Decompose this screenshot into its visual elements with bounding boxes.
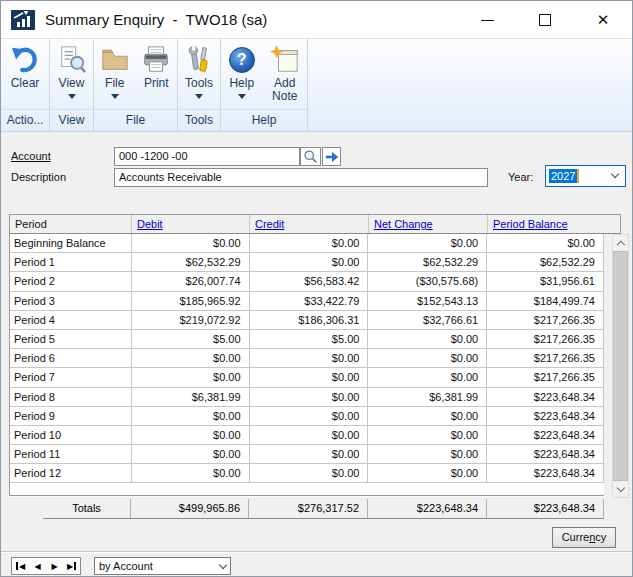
clear-button[interactable]: Clear <box>4 43 46 90</box>
period-cell: Period 8 <box>10 388 132 406</box>
vertical-scrollbar[interactable] <box>612 234 629 498</box>
year-dropdown[interactable]: 2027 <box>545 165 626 187</box>
previous-record-button[interactable]: ◀ <box>29 558 46 574</box>
account-go-button[interactable] <box>322 147 341 166</box>
period-cell: Period 11 <box>10 445 132 463</box>
amount-cell: $0.00 <box>368 234 487 252</box>
scroll-down-button[interactable] <box>613 481 628 497</box>
year-label: Year: <box>508 171 533 183</box>
amount-cell: $217,266.35 <box>487 330 604 348</box>
scrollbar-thumb[interactable] <box>613 251 628 481</box>
account-lookup-button[interactable] <box>300 147 321 166</box>
amount-cell: $152,543.13 <box>368 292 487 310</box>
amount-cell: $217,266.35 <box>487 311 604 329</box>
ribbon-toolbar: Clear Actio... View <box>1 39 632 132</box>
ribbon-group-tools: Tools Tools <box>178 39 221 131</box>
currency-button[interactable]: Currency <box>552 527 616 548</box>
titlebar: Summary Enquiry - TWO18 (sa) ✕ <box>1 1 632 39</box>
period-cell: Period 7 <box>10 368 132 386</box>
status-bar: ◀ ◀ ▶ ▶ by Account <box>1 551 632 576</box>
table-row: Period 3$185,965.92$33,422.79$152,543.13… <box>10 292 604 311</box>
table-row: Period 6$0.00$0.00$0.00$217,266.35 <box>10 349 604 368</box>
column-header-debit[interactable]: Debit <box>132 215 250 233</box>
period-cell: Period 4 <box>10 311 132 329</box>
view-mode-dropdown[interactable]: by Account <box>94 557 231 575</box>
file-button[interactable]: File <box>94 43 136 99</box>
amount-cell: $62,532.29 <box>368 253 487 271</box>
column-header-period: Period <box>10 215 132 233</box>
amount-cell: $26,007.74 <box>132 272 250 290</box>
maximize-button[interactable] <box>516 1 574 39</box>
period-cell: Period 12 <box>10 464 132 482</box>
amount-cell: $223,648.34 <box>487 464 604 482</box>
view-mode-value: by Account <box>99 560 153 572</box>
chevron-down-icon <box>111 94 119 99</box>
amount-cell: $6,381.99 <box>132 388 250 406</box>
amount-cell: $0.00 <box>368 464 487 482</box>
amount-cell: ($30,575.68) <box>368 272 487 290</box>
amount-cell: $223,648.34 <box>487 407 604 425</box>
period-cell: Period 6 <box>10 349 132 367</box>
amount-cell: $0.00 <box>250 464 369 482</box>
ribbon-group-label-tools: Tools <box>178 109 220 131</box>
window-title: Summary Enquiry - TWO18 (sa) <box>45 11 267 28</box>
next-record-button[interactable]: ▶ <box>46 558 63 574</box>
view-button[interactable]: View <box>51 43 93 99</box>
ribbon-group-label-help: Help <box>221 109 307 131</box>
amount-cell: $62,532.29 <box>487 253 604 271</box>
chevron-down-icon <box>611 170 620 179</box>
amount-cell: $0.00 <box>487 234 604 252</box>
scroll-up-button[interactable] <box>613 235 628 251</box>
description-field: Accounts Receivable <box>114 168 488 187</box>
amount-cell: $223,648.34 <box>487 445 604 463</box>
content-area: Account 000 -1200 -00 Description Accoun… <box>1 132 632 553</box>
amount-cell: $0.00 <box>368 349 487 367</box>
amount-cell: $0.00 <box>132 426 250 444</box>
table-body: Beginning Balance$0.00$0.00$0.00$0.00Per… <box>9 234 604 496</box>
amount-cell: $0.00 <box>132 464 250 482</box>
amount-cell: $0.00 <box>250 426 369 444</box>
column-header-period-balance[interactable]: Period Balance <box>488 215 603 233</box>
amount-cell: $6,381.99 <box>368 388 487 406</box>
amount-cell: $0.00 <box>132 349 250 367</box>
amount-cell: $0.00 <box>250 368 369 386</box>
tools-button[interactable]: Tools <box>178 43 220 99</box>
amount-cell: $0.00 <box>368 368 487 386</box>
totals-period-balance: $223,648.34 <box>487 499 604 518</box>
amount-cell: $0.00 <box>250 445 369 463</box>
ribbon-group-label-view: View <box>50 109 93 131</box>
minimize-button[interactable] <box>458 1 516 39</box>
ribbon-group-file: File Print <box>94 39 178 131</box>
table-row: Period 8$6,381.99$0.00$6,381.99$223,648.… <box>10 388 604 407</box>
totals-row: Totals $499,965.86 $276,317.52 $223,648.… <box>43 499 604 519</box>
record-navigation: ◀ ◀ ▶ ▶ <box>11 557 81 575</box>
amount-cell: $217,266.35 <box>487 349 604 367</box>
first-record-button[interactable]: ◀ <box>12 558 29 574</box>
account-label[interactable]: Account <box>11 150 51 162</box>
last-record-button[interactable]: ▶ <box>63 558 80 574</box>
add-note-icon <box>270 43 300 77</box>
table-row: Beginning Balance$0.00$0.00$0.00$0.00 <box>10 234 604 253</box>
chevron-down-icon <box>616 483 624 491</box>
account-input[interactable]: 000 -1200 -00 <box>114 147 300 166</box>
period-cell: Period 2 <box>10 272 132 290</box>
column-header-credit[interactable]: Credit <box>250 215 369 233</box>
table-row: Period 12$0.00$0.00$0.00$223,648.34 <box>10 464 604 483</box>
table-row: Period 4$219,072.92$186,306.31$32,766.61… <box>10 311 604 330</box>
table-header-row: Period Debit Credit Net Change Period Ba… <box>9 214 621 234</box>
close-button[interactable]: ✕ <box>574 1 632 39</box>
period-cell: Period 10 <box>10 426 132 444</box>
help-button[interactable]: ? Help <box>221 43 263 99</box>
print-button[interactable]: Print <box>136 43 178 90</box>
period-cell: Period 3 <box>10 292 132 310</box>
amount-cell: $56,583.42 <box>250 272 369 290</box>
printer-icon <box>141 43 171 77</box>
ribbon-group-help: ? Help Add Note Help <box>221 39 308 131</box>
period-cell: Period 9 <box>10 407 132 425</box>
amount-cell: $0.00 <box>368 445 487 463</box>
amount-cell: $184,499.74 <box>487 292 604 310</box>
folder-icon <box>100 43 130 77</box>
add-note-button[interactable]: Add Note <box>263 43 307 103</box>
column-header-net-change[interactable]: Net Change <box>369 215 488 233</box>
amount-cell: $0.00 <box>250 234 369 252</box>
